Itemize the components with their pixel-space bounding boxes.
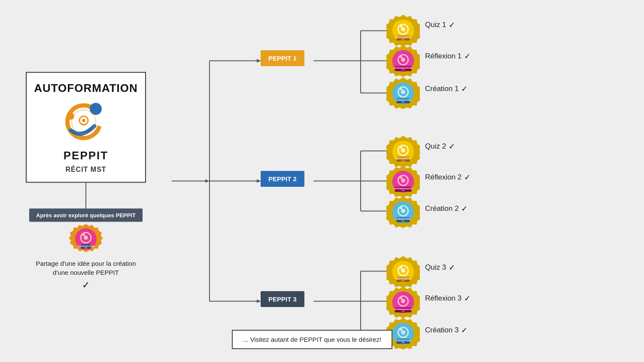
svg-text:RGÉ: RGÉ: [401, 101, 405, 103]
svg-text:CONCEPTION: CONCEPTION: [396, 218, 410, 220]
svg-point-97: [400, 266, 402, 269]
reflexion2-label: Réflexion 2 ✓: [425, 173, 471, 182]
svg-text:EXPÉRIMENTATION: EXPÉRIMENTATION: [394, 67, 412, 69]
peppit2-box[interactable]: PEPPIT 2: [261, 171, 304, 187]
badge-reflexion1: EXPÉRIMENTATION RGÉ: [386, 44, 420, 79]
svg-point-88: [400, 207, 402, 209]
quiz3-label: Quiz 3 ✓: [425, 263, 455, 272]
svg-text:DÉCOUVERTE: DÉCOUVERTE: [396, 36, 411, 39]
peppit-subtitle: RÉCIT MST: [65, 165, 106, 173]
svg-point-51: [401, 58, 405, 62]
reflexion1-label: Réflexion 1 ✓: [425, 52, 471, 61]
after-exploration-box: Après avoir exploré quelques PEPPIT: [29, 208, 143, 222]
right-section: PEPPIT 1 PEPPIT 2 PEPPIT 3 DÉCOUVERTE RG…: [172, 9, 635, 353]
svg-text:RGÉ: RGÉ: [401, 310, 405, 312]
peppit1-box[interactable]: PEPPIT 1: [261, 50, 304, 66]
svg-text:RGÉ: RGÉ: [401, 220, 405, 222]
peppit-name: PEPPIT: [64, 149, 108, 162]
badge-creation1: CONCEPTION RGÉ: [386, 76, 420, 112]
svg-point-96: [401, 268, 405, 273]
contribution-checkmark: ✓: [82, 279, 90, 290]
svg-point-70: [400, 146, 402, 149]
svg-point-10: [82, 233, 85, 236]
svg-point-79: [400, 176, 402, 179]
svg-text:RGÉ: RGÉ: [401, 69, 405, 71]
svg-text:RGÉ: RGÉ: [401, 159, 405, 161]
svg-point-115: [400, 328, 402, 331]
svg-point-114: [401, 330, 405, 335]
svg-text:RGÉ: RGÉ: [401, 189, 405, 192]
autoformation-title: AUTOFORMATION: [34, 81, 138, 94]
svg-point-5: [82, 119, 85, 122]
svg-text:CONCEPTION: CONCEPTION: [396, 340, 410, 342]
main-container: AUTOFORMATION PEPPIT RÉCIT MST Apr: [0, 0, 644, 362]
vertical-line-left: [85, 183, 86, 208]
reflexion3-label: Réflexion 3 ✓: [425, 294, 471, 303]
svg-point-105: [401, 299, 405, 303]
svg-point-52: [400, 55, 402, 58]
svg-point-43: [400, 25, 402, 27]
peppit3-box[interactable]: PEPPIT 3: [261, 291, 304, 307]
svg-text:CONCEPTION: CONCEPTION: [396, 99, 410, 101]
svg-point-87: [401, 209, 405, 213]
bottom-message-box: ... Visitez autant de PEPPIT que vous le…: [232, 330, 392, 349]
svg-text:EXPÉRIMENTATION: EXPÉRIMENTATION: [394, 308, 412, 310]
badge-quiz1: DÉCOUVERTE RGÉ: [386, 14, 420, 49]
svg-marker-16: [205, 179, 210, 183]
creation1-label: Création 1 ✓: [425, 84, 468, 94]
svg-text:EXPÉRIMENTATION: EXPÉRIMENTATION: [394, 188, 412, 190]
left-section: AUTOFORMATION PEPPIT RÉCIT MST Apr: [26, 72, 146, 290]
svg-point-106: [400, 297, 402, 299]
svg-point-60: [401, 90, 405, 94]
svg-point-78: [401, 178, 405, 183]
svg-text:RGÉ: RGÉ: [401, 38, 405, 40]
badge-quiz3: DÉCOUVERTE RGÉ: [386, 255, 420, 290]
svg-point-9: [84, 235, 88, 240]
quiz1-label: Quiz 1 ✓: [425, 20, 455, 30]
svg-text:RGÉ: RGÉ: [401, 280, 405, 282]
creation2-label: Création 2 ✓: [425, 204, 468, 213]
badge-reflexion2: EXPÉRIMENTATION RGÉ: [386, 165, 420, 200]
svg-point-42: [401, 27, 405, 31]
badge-reflexion3: EXPÉRIMENTATION RGÉ: [386, 286, 420, 321]
contribution-area: CONTRIBUTION RGÉ Partage d'une idée pour…: [34, 222, 137, 290]
svg-text:RGÉ: RGÉ: [401, 341, 405, 344]
autoformation-box: AUTOFORMATION PEPPIT RÉCIT MST: [26, 72, 146, 183]
badge-creation2: CONCEPTION RGÉ: [386, 195, 420, 231]
svg-point-69: [401, 148, 405, 152]
contribution-text: Partage d'une idée pour la création d'un…: [34, 259, 137, 277]
contribution-badge: CONTRIBUTION RGÉ: [69, 222, 103, 256]
svg-point-61: [400, 88, 402, 90]
svg-text:DÉCOUVERTE: DÉCOUVERTE: [396, 277, 411, 280]
svg-text:RGÉ: RGÉ: [84, 246, 88, 249]
quiz2-label: Quiz 2 ✓: [425, 142, 455, 151]
creation3-label: Création 3 ✓: [425, 325, 468, 335]
peppit-logo-svg: [58, 98, 114, 145]
svg-text:DÉCOUVERTE: DÉCOUVERTE: [396, 157, 411, 160]
